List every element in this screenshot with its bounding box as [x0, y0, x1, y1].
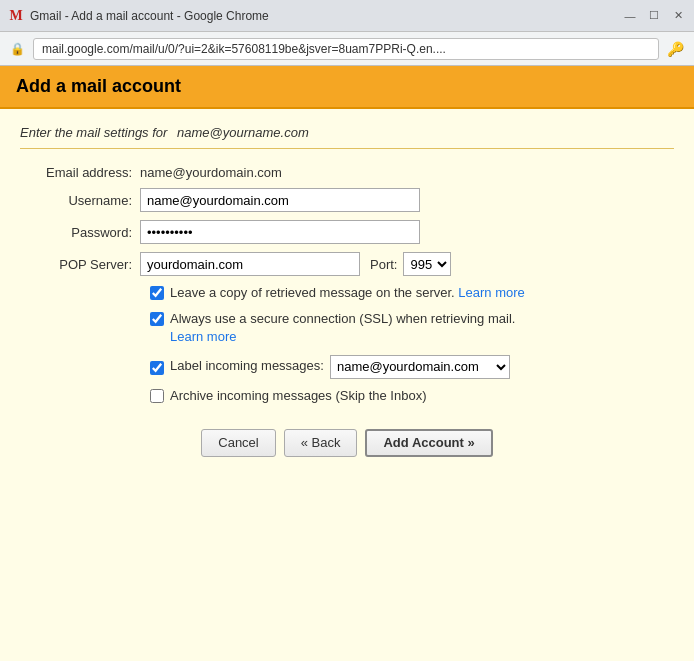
archive-checkbox-row: Archive incoming messages (Skip the Inbo… — [150, 387, 664, 405]
form-container: Email address: name@yourdomain.com Usern… — [20, 165, 674, 457]
port-label: Port: — [370, 257, 397, 272]
close-button[interactable]: ✕ — [670, 8, 686, 24]
label-incoming-label: Label incoming messages: — [170, 357, 324, 375]
username-label: Username: — [30, 193, 140, 208]
username-input[interactable] — [140, 188, 420, 212]
copy-checkbox[interactable] — [150, 286, 164, 300]
lock-icon: 🔒 — [10, 42, 25, 56]
email-row: Email address: name@yourdomain.com — [30, 165, 664, 180]
back-button[interactable]: « Back — [284, 429, 358, 457]
label-checkbox[interactable] — [150, 361, 164, 375]
cancel-button[interactable]: Cancel — [201, 429, 275, 457]
url-bar[interactable]: mail.google.com/mail/u/0/?ui=2&ik=576081… — [33, 38, 659, 60]
ssl-checkbox-row: Always use a secure connection (SSL) whe… — [150, 310, 664, 346]
button-row: Cancel « Back Add Account » — [30, 429, 664, 457]
subtitle-row: Enter the mail settings for name@yournam… — [20, 125, 674, 149]
pop-server-label: POP Server: — [30, 257, 140, 272]
archive-checkbox[interactable] — [150, 389, 164, 403]
address-bar: 🔒 mail.google.com/mail/u/0/?ui=2&ik=5760… — [0, 32, 694, 66]
copy-checkbox-row: Leave a copy of retrieved message on the… — [150, 284, 664, 302]
ssl-label: Always use a secure connection (SSL) whe… — [170, 310, 515, 346]
subtitle-email: name@yourname.com — [177, 125, 309, 140]
page-header: Add a mail account — [0, 66, 694, 109]
password-input[interactable] — [140, 220, 420, 244]
email-label: Email address: — [30, 165, 140, 180]
email-value: name@yourdomain.com — [140, 165, 282, 180]
copy-label: Leave a copy of retrieved message on the… — [170, 284, 525, 302]
minimize-button[interactable]: — — [622, 8, 638, 24]
password-row: Password: — [30, 220, 664, 244]
add-account-button[interactable]: Add Account » — [365, 429, 492, 457]
ssl-checkbox[interactable] — [150, 312, 164, 326]
page-title: Add a mail account — [16, 76, 678, 97]
archive-label: Archive incoming messages (Skip the Inbo… — [170, 387, 427, 405]
title-bar: M Gmail - Add a mail account - Google Ch… — [0, 0, 694, 32]
copy-learn-more-link[interactable]: Learn more — [458, 285, 524, 300]
pop-server-row: POP Server: Port: 995 110 — [30, 252, 664, 276]
window-controls: — ☐ ✕ — [622, 8, 686, 24]
label-select[interactable]: name@yourdomain.com — [330, 355, 510, 379]
maximize-button[interactable]: ☐ — [646, 8, 662, 24]
label-checkbox-row: Label incoming messages: name@yourdomain… — [150, 355, 664, 379]
checkbox-section: Leave a copy of retrieved message on the… — [150, 284, 664, 405]
port-select[interactable]: 995 110 — [403, 252, 451, 276]
ssl-learn-more-link[interactable]: Learn more — [170, 329, 236, 344]
main-content: Add a mail account Enter the mail settin… — [0, 66, 694, 661]
window-title: Gmail - Add a mail account - Google Chro… — [30, 9, 622, 23]
password-label: Password: — [30, 225, 140, 240]
subtitle-label: Enter the mail settings for — [20, 125, 167, 140]
username-row: Username: — [30, 188, 664, 212]
favicon: M — [8, 8, 24, 24]
key-icon: 🔑 — [667, 41, 684, 57]
pop-server-input[interactable] — [140, 252, 360, 276]
content-area: Enter the mail settings for name@yournam… — [0, 109, 694, 473]
